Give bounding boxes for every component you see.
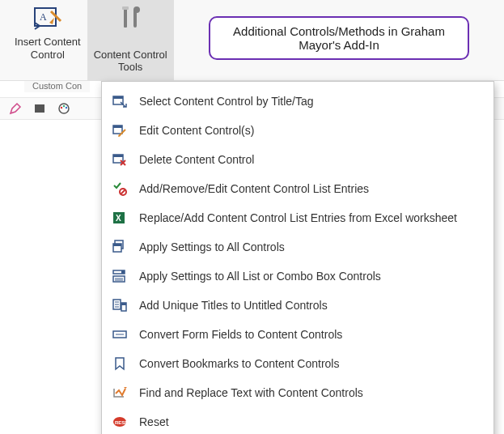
menu-label: Reset [139, 415, 169, 428]
svg-rect-12 [113, 96, 123, 99]
svg-point-8 [61, 107, 62, 108]
menu-label: Apply Settings to All Controls [139, 240, 285, 253]
menu-apply-all[interactable]: Apply Settings to All Controls [102, 232, 493, 262]
convert-form-icon [112, 326, 128, 343]
apply-all-icon [112, 239, 128, 255]
insert-content-control-button[interactable]: A Insert Content Control [8, 0, 87, 80]
menu-label: Add Unique Titles to Untitled Controls [139, 299, 328, 312]
menu-label: Apply Settings to All List or Combo Box … [139, 270, 381, 283]
svg-rect-6 [35, 104, 44, 113]
svg-rect-38 [121, 303, 126, 305]
menu-convert-bookmarks[interactable]: Convert Bookmarks to Content Controls [102, 349, 493, 378]
menu-unique-titles[interactable]: Add Unique Titles to Untitled Controls [102, 291, 493, 320]
svg-line-22 [121, 189, 125, 194]
reset-icon: RESET [112, 414, 128, 430]
pen-icon[interactable] [8, 101, 23, 116]
callout-text: Additional Controls/Methods in Graham Ma… [217, 24, 461, 52]
delete-control-icon [112, 151, 128, 168]
svg-marker-41 [124, 387, 127, 389]
svg-rect-18 [113, 155, 123, 157]
menu-select-by-title[interactable]: Select Content Control by Title/Tag [102, 87, 493, 116]
svg-text:A: A [40, 11, 47, 23]
menu-convert-form[interactable]: Convert Form Fields to Content Controls [102, 320, 493, 349]
menu-label: Convert Form Fields to Content Controls [139, 328, 342, 341]
svg-rect-29 [121, 270, 125, 274]
svg-rect-14 [113, 126, 122, 128]
menu-reset[interactable]: RESET Reset [102, 407, 493, 434]
content-control-tools-menu: Select Content Control by Title/Tag Edit… [101, 81, 494, 434]
svg-point-10 [66, 107, 67, 108]
svg-text:X: X [116, 214, 121, 223]
menu-find-replace[interactable]: Find and Replace Text with Content Contr… [102, 378, 493, 407]
content-control-tools-label: Content Control Tools ⌄ [94, 36, 167, 86]
find-replace-icon [112, 385, 128, 401]
menu-label: Add/Remove/Edit Content Control List Ent… [139, 182, 369, 195]
edit-controls-icon [112, 122, 128, 138]
menu-label: Find and Replace Text with Content Contr… [139, 386, 363, 399]
svg-marker-3 [49, 18, 54, 24]
svg-rect-27 [113, 244, 121, 246]
callout-annotation: Additional Controls/Methods in Graham Ma… [209, 16, 469, 60]
svg-point-9 [63, 105, 65, 107]
insert-content-control-label: Insert Content Control [15, 36, 81, 61]
palette-icon[interactable] [57, 101, 71, 116]
menu-label: Delete Content Control [139, 153, 254, 166]
svg-text:RESET: RESET [115, 420, 127, 425]
svg-rect-5 [122, 6, 129, 10]
content-control-tools-icon [116, 5, 145, 32]
insert-content-control-icon: A [33, 5, 62, 32]
menu-list-entries[interactable]: Add/Remove/Edit Content Control List Ent… [102, 174, 493, 203]
menu-label: Replace/Add Content Control List Entries… [139, 211, 457, 224]
content-control-tools-button[interactable]: Content Control Tools ⌄ [87, 0, 174, 80]
menu-label: Edit Content Control(s) [139, 124, 254, 137]
menu-replace-excel[interactable]: X Replace/Add Content Control List Entri… [102, 203, 493, 232]
menu-delete-control[interactable]: Delete Content Control [102, 145, 493, 174]
unique-titles-icon [112, 297, 128, 313]
menu-label: Select Content Control by Title/Tag [139, 95, 314, 108]
menu-label: Convert Bookmarks to Content Controls [139, 357, 339, 370]
fill-icon[interactable] [32, 101, 47, 116]
menu-apply-list-combo[interactable]: Apply Settings to All List or Combo Box … [102, 262, 493, 291]
ribbon-group-caption: Custom Con [24, 81, 90, 92]
list-entries-icon [112, 181, 128, 197]
apply-list-combo-icon [112, 268, 128, 284]
select-by-title-icon [112, 93, 128, 109]
bookmark-icon [112, 355, 128, 372]
menu-edit-controls[interactable]: Edit Content Control(s) [102, 116, 493, 145]
svg-rect-4 [124, 8, 127, 28]
excel-icon: X [112, 210, 128, 226]
